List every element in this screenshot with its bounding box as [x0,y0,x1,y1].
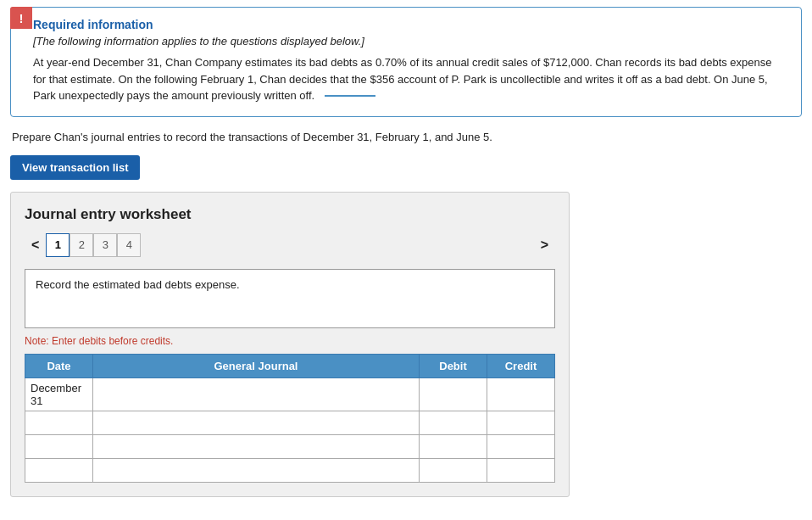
debit-cell-1[interactable] [420,377,487,411]
page-btn-2[interactable]: 2 [70,233,93,257]
journal-panel: Journal entry worksheet < 1 2 3 4 > Reco… [10,192,570,497]
credit-input-4[interactable] [487,459,554,482]
th-credit: Credit [487,354,555,377]
credit-input-2[interactable] [487,411,554,434]
credit-input-3[interactable] [487,435,554,458]
credit-cell-4[interactable] [487,458,555,482]
page-btn-1[interactable]: 1 [46,233,70,257]
note-text: Note: Enter debits before credits. [25,335,555,347]
th-date: Date [25,354,93,377]
date-cell-1: December31 [25,377,93,411]
pagination: < 1 2 3 4 > [25,233,555,257]
info-divider [325,95,375,97]
alert-icon: ! [10,7,32,29]
table-row [25,458,555,482]
credit-cell-2[interactable] [487,411,555,434]
debit-input-2[interactable] [420,411,487,434]
date-cell-2 [25,411,93,434]
prepare-text: Prepare Chan's journal entries to record… [10,131,802,143]
page-nav-left[interactable]: < [25,234,46,256]
journal-input-3[interactable] [93,435,419,458]
debit-input-1[interactable] [420,378,487,411]
page-btn-3[interactable]: 3 [93,233,117,257]
th-general-journal: General Journal [93,354,420,377]
journal-cell-4[interactable] [93,458,420,482]
info-italic-text: [The following information applies to th… [33,35,787,48]
journal-table: Date General Journal Debit Credit Decemb… [25,354,555,483]
view-transaction-button[interactable]: View transaction list [10,155,140,180]
journal-panel-title: Journal entry worksheet [25,206,555,223]
page-nav-right[interactable]: > [534,234,555,256]
credit-cell-1[interactable] [487,377,555,411]
info-box-content: Required information [The following info… [25,18,787,104]
table-row [25,411,555,434]
journal-cell-3[interactable] [93,434,420,458]
page-btn-4[interactable]: 4 [117,233,141,257]
journal-cell-2[interactable] [93,411,420,434]
debit-cell-2[interactable] [420,411,487,434]
journal-input-1[interactable] [93,378,419,411]
credit-cell-3[interactable] [487,434,555,458]
info-body-content: At year-end December 31, Chan Company es… [33,56,772,102]
info-body-text: At year-end December 31, Chan Company es… [33,54,787,104]
journal-input-2[interactable] [93,411,419,434]
debit-input-3[interactable] [420,435,487,458]
debit-cell-3[interactable] [420,434,487,458]
required-info-label: Required information [33,18,787,31]
debit-input-4[interactable] [420,459,487,482]
description-text: Record the estimated bad debts expense. [36,278,240,291]
date-cell-4 [25,458,93,482]
description-box: Record the estimated bad debts expense. [25,269,555,328]
table-row [25,434,555,458]
journal-cell-1[interactable] [93,377,420,411]
journal-input-4[interactable] [93,459,419,482]
table-row: December31 [25,377,555,411]
info-box: ! Required information [The following in… [10,7,802,117]
date-cell-3 [25,434,93,458]
outer-container: ! Required information [The following in… [0,0,812,507]
debit-cell-4[interactable] [420,458,487,482]
credit-input-1[interactable] [487,378,554,411]
th-debit: Debit [420,354,487,377]
